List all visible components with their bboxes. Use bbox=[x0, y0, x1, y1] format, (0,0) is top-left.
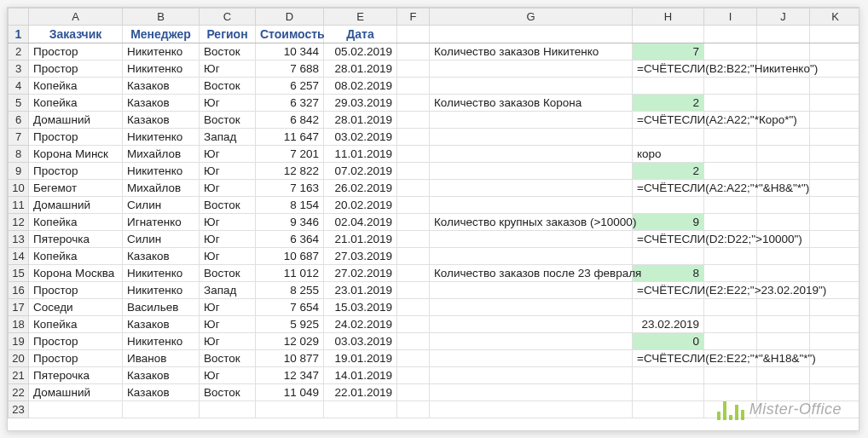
cell-J23[interactable] bbox=[757, 401, 810, 418]
cell-D19[interactable]: 12 029 bbox=[256, 333, 324, 350]
cell-F14[interactable] bbox=[397, 248, 430, 265]
row-header[interactable]: 17 bbox=[9, 299, 29, 316]
cell-F16[interactable] bbox=[397, 282, 430, 299]
cell-A16[interactable]: Простор bbox=[29, 282, 123, 299]
row-header[interactable]: 9 bbox=[9, 163, 29, 180]
cell-I7[interactable] bbox=[704, 129, 757, 146]
cell-H13[interactable]: =СЧЁТЕСЛИ(D2:D22;">10000") bbox=[633, 231, 704, 248]
cell-E22[interactable]: 22.01.2019 bbox=[324, 384, 397, 401]
cell-G18[interactable] bbox=[430, 316, 633, 333]
cell-D1[interactable]: Стоимость bbox=[256, 26, 324, 43]
cell-H15[interactable]: 8 bbox=[633, 265, 704, 282]
cell-E18[interactable]: 24.02.2019 bbox=[324, 316, 397, 333]
cell-K5[interactable] bbox=[810, 95, 860, 112]
cell-C19[interactable]: Юг bbox=[200, 333, 256, 350]
cell-A8[interactable]: Корона Минск bbox=[29, 146, 123, 163]
cell-E21[interactable]: 14.01.2019 bbox=[324, 367, 397, 384]
cell-K19[interactable] bbox=[810, 333, 860, 350]
cell-C1[interactable]: Регион bbox=[200, 26, 256, 43]
cell-D11[interactable]: 8 154 bbox=[256, 197, 324, 214]
cell-D16[interactable]: 8 255 bbox=[256, 282, 324, 299]
row-header[interactable]: 12 bbox=[9, 214, 29, 231]
cell-C23[interactable] bbox=[200, 401, 256, 418]
cell-K23[interactable] bbox=[810, 401, 860, 418]
cell-B14[interactable]: Казаков bbox=[123, 248, 200, 265]
cell-F23[interactable] bbox=[397, 401, 430, 418]
cell-G11[interactable] bbox=[430, 197, 633, 214]
cell-F21[interactable] bbox=[397, 367, 430, 384]
cell-A17[interactable]: Соседи bbox=[29, 299, 123, 316]
cell-E12[interactable]: 02.04.2019 bbox=[324, 214, 397, 231]
row-header[interactable]: 7 bbox=[9, 129, 29, 146]
cell-J2[interactable] bbox=[757, 43, 810, 61]
cell-A6[interactable]: Домашний bbox=[29, 112, 123, 129]
row-header[interactable]: 20 bbox=[9, 350, 29, 367]
cell-J21[interactable] bbox=[757, 367, 810, 384]
cell-C4[interactable]: Восток bbox=[200, 78, 256, 95]
cell-B20[interactable]: Иванов bbox=[123, 350, 200, 367]
cell-K12[interactable] bbox=[810, 214, 860, 231]
cell-B19[interactable]: Никитенко bbox=[123, 333, 200, 350]
cell-C12[interactable]: Юг bbox=[200, 214, 256, 231]
row-header[interactable]: 2 bbox=[9, 43, 29, 61]
grid[interactable]: ABCDEFGHIJK 1ЗаказчикМенеджерРегионСтоим… bbox=[8, 8, 859, 418]
col-header-H[interactable]: H bbox=[633, 9, 704, 26]
cell-D22[interactable]: 11 049 bbox=[256, 384, 324, 401]
cell-E7[interactable]: 03.02.2019 bbox=[324, 129, 397, 146]
row-header[interactable]: 15 bbox=[9, 265, 29, 282]
cell-G20[interactable] bbox=[430, 350, 633, 367]
row-header[interactable]: 10 bbox=[9, 180, 29, 197]
cell-D3[interactable]: 7 688 bbox=[256, 61, 324, 78]
cell-I18[interactable] bbox=[704, 316, 757, 333]
cell-H6[interactable]: =СЧЁТЕСЛИ(A2:A22;"*Коро*") bbox=[633, 112, 704, 129]
cell-D6[interactable]: 6 842 bbox=[256, 112, 324, 129]
cell-I11[interactable] bbox=[704, 197, 757, 214]
cell-I21[interactable] bbox=[704, 367, 757, 384]
cell-A23[interactable] bbox=[29, 401, 123, 418]
cell-G13[interactable] bbox=[430, 231, 633, 248]
cell-K11[interactable] bbox=[810, 197, 860, 214]
cell-E10[interactable]: 26.02.2019 bbox=[324, 180, 397, 197]
cell-E23[interactable] bbox=[324, 401, 397, 418]
cell-E5[interactable]: 29.03.2019 bbox=[324, 95, 397, 112]
cell-C8[interactable]: Юг bbox=[200, 146, 256, 163]
cell-B13[interactable]: Силин bbox=[123, 231, 200, 248]
cell-D20[interactable]: 10 877 bbox=[256, 350, 324, 367]
cell-G15[interactable]: Количество заказов после 23 февраля bbox=[430, 265, 633, 282]
row-header[interactable]: 18 bbox=[9, 316, 29, 333]
cell-K9[interactable] bbox=[810, 163, 860, 180]
cell-K10[interactable] bbox=[810, 180, 860, 197]
cell-F10[interactable] bbox=[397, 180, 430, 197]
select-all-corner[interactable] bbox=[9, 9, 29, 26]
cell-C22[interactable]: Восток bbox=[200, 384, 256, 401]
cell-D2[interactable]: 10 344 bbox=[256, 43, 324, 61]
cell-C16[interactable]: Запад bbox=[200, 282, 256, 299]
cell-F3[interactable] bbox=[397, 61, 430, 78]
cell-F4[interactable] bbox=[397, 78, 430, 95]
cell-A5[interactable]: Копейка bbox=[29, 95, 123, 112]
cell-E8[interactable]: 11.01.2019 bbox=[324, 146, 397, 163]
cell-A19[interactable]: Простор bbox=[29, 333, 123, 350]
cell-K15[interactable] bbox=[810, 265, 860, 282]
cell-J5[interactable] bbox=[757, 95, 810, 112]
cell-H3[interactable]: =СЧЁТЕСЛИ(B2:B22;"Никитенко") bbox=[633, 61, 704, 78]
cell-G3[interactable] bbox=[430, 61, 633, 78]
cell-G17[interactable] bbox=[430, 299, 633, 316]
cell-F17[interactable] bbox=[397, 299, 430, 316]
row-header[interactable]: 5 bbox=[9, 95, 29, 112]
cell-D13[interactable]: 6 364 bbox=[256, 231, 324, 248]
cell-B5[interactable]: Казаков bbox=[123, 95, 200, 112]
cell-K17[interactable] bbox=[810, 299, 860, 316]
cell-E15[interactable]: 27.02.2019 bbox=[324, 265, 397, 282]
cell-K20[interactable] bbox=[810, 350, 860, 367]
cell-B21[interactable]: Казаков bbox=[123, 367, 200, 384]
cell-H2[interactable]: 7 bbox=[633, 43, 704, 61]
cell-H23[interactable] bbox=[633, 401, 704, 418]
cell-C5[interactable]: Юг bbox=[200, 95, 256, 112]
cell-H21[interactable] bbox=[633, 367, 704, 384]
cell-H1[interactable] bbox=[633, 26, 704, 43]
cell-F13[interactable] bbox=[397, 231, 430, 248]
cell-F22[interactable] bbox=[397, 384, 430, 401]
cell-A3[interactable]: Простор bbox=[29, 61, 123, 78]
cell-G8[interactable] bbox=[430, 146, 633, 163]
